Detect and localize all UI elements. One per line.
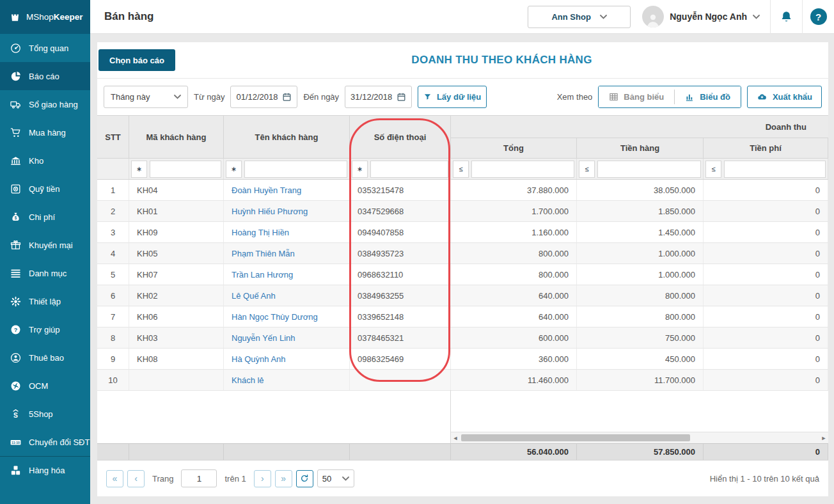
column-header-tong[interactable]: Tổng (451, 138, 577, 159)
name-filter-input[interactable] (244, 161, 347, 178)
grid-scroll-pane: Doanh thu Tổng Tiền hàng Tiền phí ≤ ≤ ≤ … (451, 116, 828, 443)
column-group-doanh-thu: Doanh thu (451, 116, 828, 138)
total-filter-input[interactable] (471, 161, 574, 178)
period-select[interactable]: Tháng này (104, 86, 188, 108)
sidebar-item-bao-cao[interactable]: Báo cáo (0, 62, 90, 90)
table-row: 8KH03Nguyễn Yến Linh0378465321 (97, 327, 450, 349)
filter-operator-button[interactable]: ∗ (131, 161, 147, 178)
view-toggle-group: Bảng biểu Biểu đồ (598, 86, 741, 108)
from-date-input[interactable]: 01/12/2018 (230, 86, 297, 108)
fee-sum: 0 (704, 444, 828, 460)
filter-operator-button[interactable]: ≤ (705, 161, 721, 178)
column-header-name[interactable]: Tên khách hàng (224, 116, 350, 159)
customer-link[interactable]: Hà Quỳnh Anh (232, 354, 286, 364)
app-logo[interactable]: MShopKeeper (0, 0, 90, 34)
sidebar-item-ocm[interactable]: OCM (0, 372, 90, 400)
to-date-input[interactable]: 31/12/2018 (345, 86, 412, 108)
cloud-download-icon (757, 92, 767, 102)
get-data-button[interactable]: Lấy dữ liệu (418, 86, 487, 108)
sidebar-item-khuyen-mai[interactable]: Khuyến mại (0, 231, 90, 259)
customer-link[interactable]: Khách lẻ (232, 375, 264, 385)
code-filter-input[interactable] (150, 161, 221, 178)
sidebar-item-quy-tien[interactable]: Quỹ tiền (0, 175, 90, 203)
5shop-icon: S (10, 408, 22, 420)
column-header-phone[interactable]: Số điện thoại (350, 116, 451, 159)
sidebar-item-chuyen-doi-sdt[interactable]: 11-10 Chuyển đổi SĐT (0, 428, 90, 456)
export-button[interactable]: Xuất khẩu (747, 86, 822, 108)
table-row: 11.460.00011.700.0000 (451, 370, 828, 391)
column-header-tien-phi[interactable]: Tiền phí (704, 138, 828, 159)
sidebar-item-thue-bao[interactable]: Thuê bao (0, 343, 90, 372)
prev-page-button[interactable]: ‹ (127, 470, 145, 487)
sidebar-item-mua-hang[interactable]: Mua hàng (0, 118, 90, 146)
customer-link[interactable]: Trần Lan Hương (232, 270, 293, 280)
next-page-button[interactable]: › (254, 470, 271, 487)
avatar (642, 6, 664, 28)
view-table-button[interactable]: Bảng biểu (599, 86, 674, 107)
table-row: 37.880.00038.050.0000 (451, 180, 828, 201)
svg-text:?: ? (14, 326, 18, 333)
cart-icon (10, 127, 22, 139)
shop-selector[interactable]: Ann Shop (528, 6, 631, 28)
filter-operator-button[interactable]: ≤ (453, 161, 469, 178)
page-number-input[interactable] (181, 469, 217, 487)
phone-filter-input[interactable] (370, 161, 448, 178)
goods-filter-input[interactable] (597, 161, 701, 178)
scroll-right-arrow[interactable]: ► (819, 432, 828, 443)
column-header-tien-hang[interactable]: Tiền hàng (577, 138, 704, 159)
question-icon: ? (10, 324, 22, 336)
last-page-button[interactable]: » (275, 470, 292, 487)
gift-icon (10, 239, 22, 251)
customer-link[interactable]: Lê Quế Anh (232, 291, 276, 301)
page-title: Bán hàng (104, 10, 153, 23)
sidebar-item-tro-giup[interactable]: ? Trợ giúp (0, 315, 90, 343)
bar-chart-icon (685, 92, 695, 102)
filter-funnel-icon (423, 93, 432, 101)
notifications-button[interactable] (771, 0, 802, 34)
chevron-down-icon (174, 95, 181, 99)
view-by-label: Xem theo (557, 92, 593, 102)
sidebar-item-tong-quan[interactable]: Tổng quan (0, 34, 90, 62)
scroll-left-arrow[interactable]: ◄ (451, 432, 460, 443)
table-row: 640.000800.0000 (451, 285, 828, 306)
choose-report-button[interactable]: Chọn báo cáo (98, 49, 175, 71)
column-header-stt[interactable]: STT (97, 116, 129, 159)
refresh-button[interactable] (296, 470, 313, 487)
customer-link[interactable]: Huỳnh Hiếu Phương (232, 207, 308, 216)
customer-link[interactable]: Hàn Ngọc Thùy Dương (232, 312, 318, 322)
fee-filter-input[interactable] (724, 161, 826, 178)
table-row: 360.000450.0000 (451, 349, 828, 370)
page-size-select[interactable]: 50 (317, 469, 354, 487)
filter-operator-button[interactable]: ≤ (579, 161, 595, 178)
user-menu[interactable]: Nguyễn Ngọc Anh (642, 6, 760, 28)
scrollbar-thumb[interactable] (461, 434, 690, 441)
customer-link[interactable]: Phạm Thiên Mẫn (232, 249, 295, 258)
horizontal-scrollbar[interactable]: ◄ ► (451, 432, 828, 443)
refresh-icon (300, 474, 309, 483)
help-button[interactable]: ? (803, 0, 834, 34)
view-chart-button[interactable]: Biểu đồ (675, 86, 741, 107)
column-header-code[interactable]: Mã khách hàng (129, 116, 224, 159)
table-row: 2KH01Huỳnh Hiếu Phương0347529668 (97, 201, 450, 222)
boxes-icon (10, 464, 22, 476)
table-row: 800.0001.000.0000 (451, 243, 828, 264)
calendar-icon (397, 92, 406, 102)
customer-link[interactable]: Đoàn Huyền Trang (232, 185, 301, 195)
first-page-button[interactable]: « (106, 470, 123, 487)
sidebar-item-hang-hoa[interactable]: Hàng hóa (0, 456, 90, 484)
sidebar-item-5shop[interactable]: S 5Shop (0, 400, 90, 428)
sidebar-item-thiet-lap[interactable]: Thiết lập (0, 287, 90, 315)
sidebar-item-so-giao-hang[interactable]: Sổ giao hàng (0, 90, 90, 118)
report-title: DOANH THU THEO KHÁCH HÀNG (175, 54, 828, 67)
customer-link[interactable]: Hoàng Thị Hiền (232, 228, 289, 237)
sidebar-item-kho[interactable]: Kho (0, 146, 90, 175)
customer-link[interactable]: Nguyễn Yến Linh (232, 333, 295, 343)
total-sum: 56.040.000 (451, 444, 577, 460)
filter-operator-button[interactable]: ∗ (226, 161, 242, 178)
sidebar-item-danh-muc[interactable]: Danh mục (0, 259, 90, 287)
filter-operator-button[interactable]: ∗ (352, 161, 368, 178)
sidebar-item-chi-phi[interactable]: $ Chi phí (0, 203, 90, 231)
table-row: 5KH07Trần Lan Hương0968632110 (97, 264, 450, 285)
shopping-bag-logo-icon (9, 11, 21, 23)
page-of-label: trên 1 (224, 474, 246, 484)
